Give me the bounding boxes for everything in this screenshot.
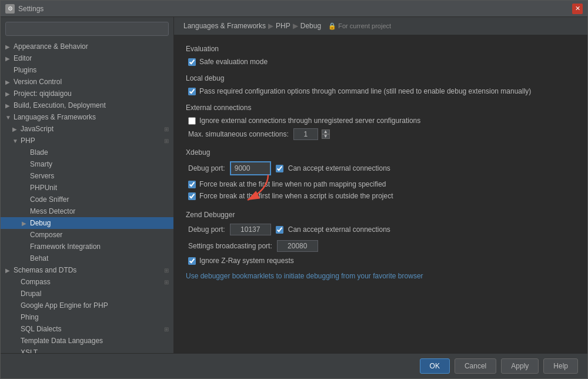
sidebar-item-php[interactable]: ▼PHP⊞: [1, 135, 173, 147]
sidebar-item-behat[interactable]: Behat: [1, 252, 173, 264]
external-connections-label: External connections: [186, 104, 576, 112]
tree-label-framework-integration: Framework Integration: [30, 242, 101, 251]
sidebar-item-build[interactable]: ▶Build, Execution, Deployment: [1, 99, 173, 111]
debugger-bookmarklets-link[interactable]: Use debugger bookmarklets to initiate de…: [186, 272, 423, 280]
sidebar-item-editor[interactable]: ▶Editor: [1, 52, 173, 64]
sidebar-item-phing[interactable]: Phing: [1, 311, 173, 323]
sidebar-item-blade[interactable]: Blade: [1, 147, 173, 158]
lock-icon: 🔒: [328, 22, 336, 29]
spinner-down[interactable]: ▼: [322, 134, 330, 139]
tree-label-smarty: Smarty: [30, 160, 52, 168]
tree-label-xslt: XSLT: [21, 348, 38, 353]
sidebar-item-code-sniffer[interactable]: Code Sniffer: [1, 194, 173, 205]
pass-required-checkbox[interactable]: [188, 88, 196, 95]
tree-label-sql-dialects: SQL Dialects: [21, 325, 62, 333]
tree-label-phing: Phing: [21, 313, 39, 321]
for-project-label: 🔒 For current project: [328, 22, 391, 30]
sidebar-item-sql-dialects[interactable]: SQL Dialects⊞: [1, 323, 173, 335]
search-bar: [1, 17, 173, 41]
sidebar-item-appearance[interactable]: ▶Appearance & Behavior: [1, 41, 173, 52]
can-accept-label: Can accept external connections: [288, 164, 390, 172]
bc-sep-2: ▶: [293, 22, 298, 30]
sidebar-item-project[interactable]: ▶Project: qiqidaigou: [1, 88, 173, 99]
content-area: Evaluation Safe evaluation mode Local de…: [174, 35, 587, 353]
sidebar-item-compass[interactable]: Compass⊞: [1, 276, 173, 288]
tree-label-plugins: Plugins: [14, 66, 36, 74]
max-connections-row: Max. simultaneous connections: ▲ ▼: [186, 128, 576, 140]
tree-label-behat: Behat: [30, 254, 48, 262]
sidebar-item-plugins[interactable]: Plugins: [1, 64, 173, 76]
can-accept-checkbox[interactable]: [276, 165, 283, 172]
sidebar-item-composer[interactable]: Composer: [1, 229, 173, 241]
help-button[interactable]: Help: [543, 358, 578, 374]
force-break2-checkbox[interactable]: [188, 192, 196, 200]
tree-label-languages: Languages & Frameworks: [14, 113, 96, 121]
sidebar-item-drupal[interactable]: Drupal: [1, 288, 173, 300]
window-title: Settings: [18, 5, 572, 13]
bc-part-1: Languages & Frameworks: [183, 22, 266, 30]
local-debug-label: Local debug: [186, 74, 576, 82]
zend-port-row: Debug port: Can accept external connecti…: [186, 224, 576, 235]
tree: ▶Appearance & Behavior▶EditorPlugins▶Ver…: [1, 41, 173, 353]
tree-arrow-project: ▶: [5, 91, 12, 97]
sidebar-item-debug[interactable]: ▶Debug: [1, 217, 173, 229]
sidebar-item-template-data[interactable]: Template Data Languages: [1, 335, 173, 347]
zend-broadcast-input[interactable]: [277, 240, 318, 252]
force-break1-label: Force break at the first line when no pa…: [199, 180, 386, 188]
sidebar: ▶Appearance & Behavior▶EditorPlugins▶Ver…: [1, 17, 174, 353]
bc-part-2: PHP: [276, 22, 290, 30]
max-connections-input[interactable]: [293, 128, 318, 140]
ext-icon-compass: ⊞: [164, 279, 169, 285]
sidebar-item-javascript[interactable]: ▶JavaScript⊞: [1, 123, 173, 135]
safe-eval-checkbox[interactable]: [188, 58, 196, 66]
tree-label-debug: Debug: [30, 219, 51, 227]
force-break1-checkbox[interactable]: [188, 181, 196, 188]
sidebar-item-xslt[interactable]: XSLT: [1, 347, 173, 353]
tree-label-php: PHP: [21, 137, 35, 145]
sidebar-item-phpunit[interactable]: PHPUnit: [1, 182, 173, 194]
apply-button[interactable]: Apply: [501, 358, 539, 374]
tree-label-template-data: Template Data Languages: [21, 337, 103, 345]
sidebar-item-schemas[interactable]: ▶Schemas and DTDs⊞: [1, 264, 173, 276]
tree-label-blade: Blade: [30, 148, 48, 157]
ext-icon-php: ⊞: [164, 138, 169, 144]
tree-arrow-javascript: ▶: [12, 126, 19, 132]
tree-label-appearance: Appearance & Behavior: [14, 42, 88, 51]
sidebar-item-framework-integration[interactable]: Framework Integration: [1, 241, 173, 252]
tree-label-schemas: Schemas and DTDs: [14, 266, 76, 274]
tree-arrow-languages: ▼: [5, 114, 12, 121]
tree-label-drupal: Drupal: [21, 290, 41, 298]
close-button[interactable]: ✕: [572, 4, 583, 14]
sidebar-item-version-control[interactable]: ▶Version Control: [1, 76, 173, 88]
max-connections-spinner: ▲ ▼: [322, 129, 330, 139]
tree-arrow-schemas: ▶: [5, 267, 12, 274]
tree-label-editor: Editor: [14, 54, 32, 62]
force-break2-row: Force break at the first line when a scr…: [186, 192, 576, 200]
zend-ignore-checkbox[interactable]: [188, 257, 196, 265]
pass-required-row: Pass required configuration options thro…: [186, 87, 576, 95]
sidebar-item-languages[interactable]: ▼Languages & Frameworks: [1, 111, 173, 123]
main-content: ▶Appearance & Behavior▶EditorPlugins▶Ver…: [1, 17, 587, 353]
search-input[interactable]: [5, 22, 169, 36]
ok-button[interactable]: OK: [420, 358, 450, 374]
sidebar-item-servers[interactable]: Servers: [1, 170, 173, 182]
tree-label-code-sniffer: Code Sniffer: [30, 195, 69, 204]
xdebug-port-input[interactable]: [230, 161, 271, 175]
tree-arrow-php: ▼: [12, 138, 19, 144]
max-connections-label: Max. simultaneous connections:: [188, 130, 289, 138]
sidebar-item-mess-detector[interactable]: Mess Detector: [1, 205, 173, 217]
zend-can-accept-label: Can accept external connections: [288, 225, 390, 234]
pass-required-label: Pass required configuration options thro…: [199, 87, 531, 95]
sidebar-item-smarty[interactable]: Smarty: [1, 158, 173, 170]
cancel-button[interactable]: Cancel: [455, 358, 496, 374]
right-panel: Languages & Frameworks ▶ PHP ▶ Debug 🔒 F…: [174, 17, 587, 353]
bc-sep-1: ▶: [268, 22, 273, 30]
ignore-external-checkbox[interactable]: [188, 117, 196, 125]
ext-icon-sql-dialects: ⊞: [164, 326, 169, 333]
sidebar-item-google-app[interactable]: Google App Engine for PHP: [1, 300, 173, 311]
zend-can-accept-checkbox[interactable]: [276, 226, 283, 234]
zend-port-input[interactable]: [230, 224, 271, 235]
tree-label-compass: Compass: [21, 278, 51, 286]
tree-arrow-editor: ▶: [5, 55, 12, 62]
zend-ignore-label: Ignore Z-Ray system requests: [199, 257, 294, 265]
